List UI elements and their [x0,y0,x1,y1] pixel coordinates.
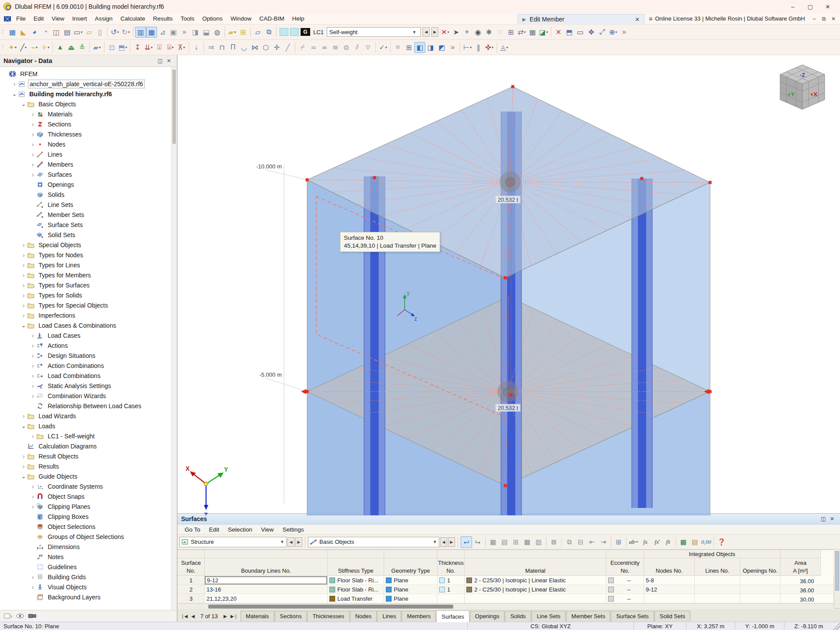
table-tab-openings[interactable]: Openings [470,611,505,622]
tree-item-combination-wizards[interactable]: ›Combination Wizards [0,391,177,401]
column-header-no[interactable]: SurfaceNo. [178,558,205,576]
edit-member-panel-tab[interactable]: ▶ Edit Member ✕ [518,14,644,24]
tree-item-clipping-planes[interactable]: ›Clipping Planes [0,501,177,511]
pick-tool-icon[interactable]: ➤ [451,27,462,38]
new-member-icon[interactable]: ⌁▾ [29,42,40,53]
table-vscrollbar[interactable] [834,550,840,608]
cut-tool-icon[interactable]: ✕ [553,27,564,38]
menu-calculate[interactable]: Calculate [116,13,149,24]
expand-icon[interactable]: › [29,503,36,510]
print-icon[interactable]: ▭▾ [73,27,84,38]
tree-item-imperfections[interactable]: ›Imperfections [0,310,177,320]
formula-del-icon[interactable]: fx̽ [651,536,662,548]
section-c-icon[interactable]: ≖ [319,42,330,53]
expand-icon[interactable]: › [29,121,36,128]
tree-item-object-snaps[interactable]: ›Object Snaps [0,491,177,501]
delete-all-icon[interactable]: ⊠ [548,536,560,548]
dlubal-online-icon[interactable]: ◕ [29,27,40,38]
table-columns-icon[interactable]: ▥ [533,536,544,548]
row-copy-icon[interactable]: ⧉ [564,536,575,548]
maximize-button[interactable]: ▢ [802,1,819,12]
tree-item-clipping-boxes[interactable]: Clipping Boxes [0,511,177,522]
new-opening-icon[interactable]: ⊡ [106,42,117,53]
nodal-load-icon[interactable]: ↧ [132,42,143,53]
delete-loads-icon[interactable]: ✕▾ [440,27,451,38]
column-header-nodes-no[interactable]: Nodes No. [644,558,695,576]
load-case-color-2[interactable] [290,28,299,36]
open-model-icon[interactable]: ◣ [18,27,29,38]
table-tab-lines[interactable]: Lines [377,611,401,622]
column-header-geometry-type[interactable]: Geometry Type [384,558,438,576]
table-row-surface-1[interactable]: 19-12Floor Slab - Ri...Plane12 - C25/30 … [178,576,834,585]
table-tab-thicknesses[interactable]: Thicknesses [307,611,349,622]
table-category-next-button[interactable]: ▶ [448,537,455,547]
tree-item-solids[interactable]: Solids [0,189,177,200]
expand-icon[interactable]: › [29,584,36,591]
section-e-icon[interactable]: ⊜ [341,42,352,53]
tree-item-load-cases-combinations[interactable]: ⌄Load Cases & Combinations [0,320,177,330]
tree-item-types-for-nodes[interactable]: ›Types for Nodes [0,250,177,260]
add-object-icon[interactable]: ⊞ [238,27,248,38]
model-data-icon[interactable]: ◫ [51,27,62,38]
line-support-icon[interactable]: ⏏ [66,42,77,53]
tree-item-types-for-lines[interactable]: ›Types for Lines [0,260,177,270]
formula-fx-icon[interactable]: fx [640,536,651,548]
expand-icon[interactable]: › [20,312,27,319]
tree-item-action-combinations[interactable]: ›Action Combinations [0,360,177,371]
expand-icon[interactable]: › [29,151,36,158]
menu-options[interactable]: Options [198,13,227,24]
tree-item-member-sets[interactable]: Member Sets [0,210,177,220]
menu-insert[interactable]: Insert [68,13,91,24]
expand-icon[interactable]: › [29,574,36,581]
panel-float-icon[interactable]: ⧉ [819,16,829,22]
redo-icon[interactable]: ↻▾ [120,27,131,38]
panel-menu-go-to[interactable]: Go To [180,526,205,533]
swap-tool-icon[interactable]: ⇄▾ [516,27,527,38]
menu-edit[interactable]: Edit [30,13,48,24]
tree-item-relationship-between-load-cases[interactable]: Relationship Between Load Cases [0,401,177,411]
tree-item-materials[interactable]: ›Materials [0,109,177,119]
edit-report-icon[interactable]: ▱ [84,27,94,38]
panel-bottom-icon[interactable]: ⬓ [201,27,212,38]
expand-icon[interactable]: › [29,392,36,399]
col-expand-icon[interactable]: ⇥ [598,536,609,548]
tree-item-lines[interactable]: ›Lines [0,149,177,159]
menu-file[interactable]: File [12,13,30,24]
section-d-icon[interactable]: ≋ [330,42,341,53]
grid-view-icon[interactable]: ▦ [146,27,157,38]
menu-results[interactable]: Results [149,13,177,24]
tree-item-coordinate-systems[interactable]: ›Coordinate Systems [0,481,177,491]
collapse-icon[interactable]: ⌄ [20,423,27,429]
imposed-load-icon[interactable]: ↓ [191,42,202,53]
align-plane-icon[interactable]: ⊓ [217,42,228,53]
collapse-icon[interactable]: ⌄ [20,101,27,107]
line-load-icon[interactable]: ⇊▾ [143,42,154,53]
new-model-icon[interactable]: ▦ [7,27,18,38]
rfem-menu-icon[interactable] [3,13,12,24]
section-b-icon[interactable]: ≂ [308,42,319,53]
margin-tool-icon[interactable]: ⊢▾ [462,42,473,53]
tree-item-special-objects[interactable]: ›Special Objects [0,240,177,250]
tree-item-thicknesses[interactable]: ›Thicknesses [0,129,177,139]
expand-icon[interactable]: › [29,131,36,138]
table-tab-solid-sets[interactable]: Solid Sets [654,611,691,622]
zoom-tool-icon[interactable]: ⊕▾ [608,27,619,38]
toolbar-grip-2[interactable]: ⁞ [2,45,6,49]
tree-item-calculation-diagrams[interactable]: Calculation Diagrams [0,441,177,451]
tree-item-sections[interactable]: ›Sections [0,119,177,129]
menu-help[interactable]: Help [288,13,308,24]
expand-icon[interactable]: › [29,352,36,359]
surfaces-panel-close-icon[interactable]: ✕ [828,516,836,522]
new-solid-icon[interactable]: ⬒▾ [117,42,128,53]
panel-next-icon[interactable]: » [179,27,190,38]
close-button[interactable]: ✕ [819,1,836,12]
expand-icon[interactable]: › [29,171,36,178]
tree-item-lc1-self-weight[interactable]: ›LC1 - Self-weight [0,431,177,441]
table-tab-surfaces[interactable]: Surfaces [436,610,469,622]
pager-next-icon[interactable]: ▶ [221,614,229,619]
tree-item-openings[interactable]: Openings [0,179,177,189]
tree-item-anchor-with-plate-vertical-oe-250228-rf6[interactable]: ›anchor_with_plate_vertical-oE-250228.rf… [0,79,177,89]
expand-icon[interactable]: › [29,493,36,500]
new-object-icon[interactable]: ▰▾ [227,27,238,38]
hatch-tool-icon[interactable]: ⫽ [352,42,363,53]
